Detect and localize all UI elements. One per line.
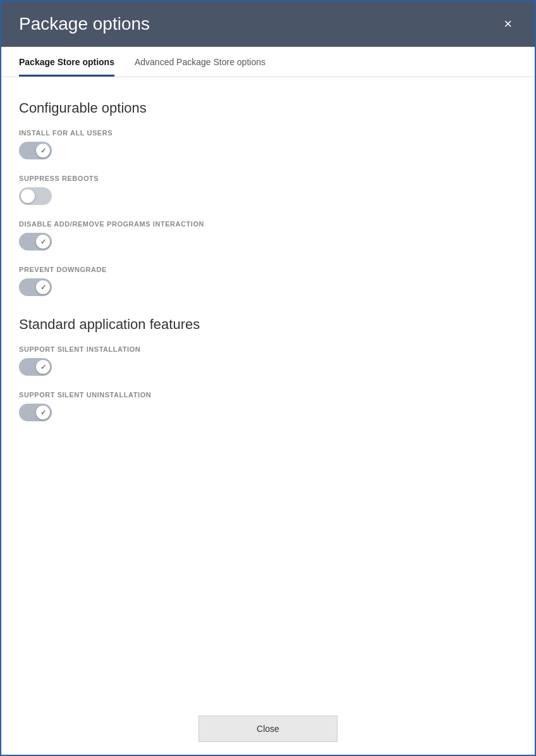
install-all-users-toggle-wrapper: ✓: [19, 142, 517, 159]
suppress-reboots-label: SUPPRESS REBOOTS: [19, 175, 517, 182]
toggle-check-icon: ✓: [40, 409, 46, 417]
toggle-check-icon: ✓: [40, 147, 46, 155]
install-all-users-label: INSTALL FOR ALL USERS: [19, 129, 517, 137]
option-group-support-silent-uninstall: SUPPORT SILENT UNINSTALLATION ✓: [19, 391, 517, 421]
toggle-check-icon: ✓: [40, 238, 46, 246]
tab-advanced-package-store[interactable]: Advanced Package Store options: [135, 47, 265, 77]
support-silent-uninstall-toggle[interactable]: ✓: [19, 404, 52, 421]
suppress-reboots-toggle[interactable]: [19, 187, 52, 205]
configurable-options-title: Configurable options: [19, 100, 517, 116]
support-silent-install-toggle-wrapper: ✓: [19, 358, 517, 376]
dialog-header: Package options ×: [1, 1, 535, 47]
disable-add-remove-toggle[interactable]: ✓: [19, 233, 52, 251]
disable-add-remove-toggle-wrapper: ✓: [19, 233, 517, 251]
option-group-disable-add-remove: DISABLE ADD/REMOVE PROGRAMS INTERACTION …: [19, 220, 517, 251]
disable-add-remove-label: DISABLE ADD/REMOVE PROGRAMS INTERACTION: [19, 220, 517, 228]
support-silent-install-label: SUPPORT SILENT INSTALLATION: [19, 345, 517, 353]
prevent-downgrade-label: PREVENT DOWNGRADE: [19, 266, 517, 273]
option-group-support-silent-install: SUPPORT SILENT INSTALLATION ✓: [19, 345, 517, 376]
option-group-prevent-downgrade: PREVENT DOWNGRADE ✓: [19, 266, 517, 296]
package-options-dialog: Package options × Package Store options …: [0, 0, 536, 756]
support-silent-uninstall-toggle-wrapper: ✓: [19, 404, 517, 421]
prevent-downgrade-toggle[interactable]: ✓: [19, 278, 52, 296]
dialog-footer: Close: [1, 705, 535, 755]
tab-bar: Package Store options Advanced Package S…: [1, 47, 535, 77]
dialog-content: Configurable options INSTALL FOR ALL USE…: [1, 77, 535, 705]
close-button[interactable]: Close: [198, 716, 338, 742]
prevent-downgrade-toggle-wrapper: ✓: [19, 278, 517, 296]
dialog-title: Package options: [19, 14, 150, 34]
support-silent-uninstall-label: SUPPORT SILENT UNINSTALLATION: [19, 391, 517, 399]
close-icon-button[interactable]: ×: [499, 15, 517, 34]
tab-package-store[interactable]: Package Store options: [19, 47, 114, 77]
suppress-reboots-toggle-wrapper: [19, 187, 517, 205]
toggle-check-icon: ✓: [40, 283, 46, 292]
toggle-check-icon: ✓: [40, 363, 46, 371]
support-silent-install-toggle[interactable]: ✓: [19, 358, 52, 376]
option-group-suppress-reboots: SUPPRESS REBOOTS: [19, 175, 517, 205]
option-group-install-all-users: INSTALL FOR ALL USERS ✓: [19, 129, 517, 159]
standard-features-title: Standard application features: [19, 316, 517, 333]
install-all-users-toggle[interactable]: ✓: [19, 142, 52, 159]
